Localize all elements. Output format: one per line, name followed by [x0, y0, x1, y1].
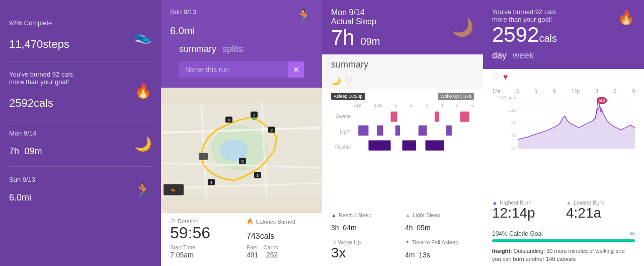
svg-text:♥: ♥ — [600, 98, 602, 103]
highest-burn-stat: ▲ Highest Burn 12:14p — [492, 200, 561, 221]
steps-label: 92% Complete — [9, 19, 152, 27]
svg-rect-28 — [460, 112, 469, 122]
fats-carbs-values: 491 252 — [247, 251, 313, 259]
woke-up-badge: Woke Up 5:37a — [438, 93, 474, 100]
svg-rect-30 — [377, 125, 383, 136]
cal-header-text: You've burned 92 calsmore than your goal… — [492, 8, 635, 23]
heart-red-icon: ♥ — [503, 73, 508, 82]
tab-sleep-summary[interactable]: summary — [331, 59, 368, 70]
heart-gray-icon: ♡ — [492, 72, 499, 82]
run-tabs: summary splits — [170, 39, 313, 58]
flame-icon: 🔥 — [134, 83, 152, 99]
svg-rect-32 — [419, 125, 427, 136]
sleep-m: 09m — [360, 36, 380, 47]
duration-value: 59:56 — [170, 225, 236, 241]
tab-summary[interactable]: summary — [179, 44, 216, 54]
lowest-value: 4:21a — [566, 206, 635, 221]
sleep-type-text: Actual Sleep — [331, 17, 376, 26]
cals-number: 2592 — [9, 97, 34, 109]
run-header: Sun 9/13 6.0mi 🏃 summary splits ✕ — [161, 0, 322, 88]
steps-section: 92% Complete 11,470steps 👟 — [9, 10, 152, 61]
fall-label: Time to Fall Asleep — [412, 239, 458, 245]
calories-section: You've burned 92 cals more than your goa… — [9, 61, 152, 120]
svg-text:4: 4 — [210, 181, 213, 185]
light-value: 4h 05m — [405, 218, 474, 234]
moon-small-icon: 🌙 — [331, 76, 341, 86]
steps-unit: steps — [43, 38, 69, 50]
moon-icon: 🌙 — [134, 135, 152, 152]
cal-icons: ♡ ♥ — [483, 69, 644, 85]
svg-text:1: 1 — [253, 113, 256, 118]
fats-value: 491 — [247, 251, 258, 259]
sleep-badges: Asleep 10:28p Woke Up 5:37a — [331, 93, 474, 100]
flame-header-icon: 🔥 — [617, 9, 635, 26]
woke-label: Woke Up — [338, 239, 361, 245]
run-name-search: ✕ — [179, 61, 304, 78]
progress-bar-fill — [492, 239, 635, 242]
tab-day[interactable]: day — [492, 50, 507, 61]
svg-rect-34 — [368, 141, 390, 151]
svg-text:2: 2 — [271, 128, 273, 133]
heart-rate-chart: 12a36912p369 130 bpm 110 90 70 50 — [483, 85, 644, 194]
svg-rect-33 — [446, 125, 452, 136]
highest-value: 12:14p — [492, 206, 561, 221]
light-sleep-stat: ▲ Light Sleep 4h 05m — [405, 212, 474, 234]
stats-row-2: Start Time 7:05am Fats Carbs 491 252 — [170, 244, 313, 259]
fats-label: Fats — [247, 244, 257, 250]
chart-x-axis: 12a36912p369 — [492, 89, 635, 94]
chart-y-axis: 130 bpm 110 90 70 50 — [492, 95, 518, 151]
shoe-icon: 👟 — [134, 27, 152, 44]
svg-text:🐅: 🐅 — [171, 187, 176, 192]
panel-steps-dashboard: 92% Complete 11,470steps 👟 You've burned… — [0, 0, 161, 266]
fall-asleep-stat: ✦ Time to Fall Asleep 4m 13s — [405, 239, 474, 261]
sleep-section: Mon 9/14 7h 09m 🌙 — [9, 120, 152, 167]
sleep-date: Mon 9/14 — [9, 129, 152, 137]
svg-rect-27 — [435, 112, 439, 122]
insight-text: Insight: Outstanding! 30 more minutes of… — [483, 244, 644, 266]
insight-content: Outstanding! 30 more minutes of walking … — [492, 248, 625, 261]
fall-icon: ✦ — [405, 239, 410, 245]
run-unit: mi — [22, 192, 31, 203]
svg-rect-26 — [391, 112, 397, 122]
burn-stats: ▲ Highest Burn 12:14p ▲ Lowest Burn 4:21… — [483, 194, 644, 226]
run-header-date: Sun 9/13 — [170, 8, 313, 16]
sleep-y-labels: Awake Light Restful — [331, 109, 354, 154]
sleep-chart-body: Awake Light Restful — [331, 109, 474, 154]
restful-icon: ▲ — [331, 212, 337, 218]
svg-rect-31 — [395, 125, 400, 136]
sleep-h: 7h — [331, 26, 355, 49]
woke-value: 3x — [331, 245, 400, 261]
asleep-badge: Asleep 10:28p — [331, 93, 365, 100]
start-time-stat: Start Time 7:05am — [170, 244, 236, 259]
flame-small-icon: 🔥 — [247, 218, 254, 225]
run-name-input[interactable] — [179, 61, 288, 78]
tab-splits[interactable]: splits — [222, 44, 243, 54]
cals-label: You've burned 92 cals more than your goa… — [9, 71, 152, 86]
run-header-distance: 6.0mi — [170, 16, 313, 39]
sleep-stats-grid: ▲ Restful Sleep 3h 04m ▲ Light Sleep 4h … — [322, 207, 483, 266]
run-distance: 6.0 — [9, 192, 22, 203]
restful-value: 3h 04m — [331, 218, 400, 234]
panel-sleep: Mon 9/14 Actual Sleep 7h 09m 🌙 summary 🌙… — [322, 0, 483, 266]
start-label: Start Time — [170, 244, 195, 250]
clear-button[interactable]: ✕ — [288, 61, 304, 78]
panel-calories: You've burned 92 calsmore than your goal… — [483, 0, 644, 266]
light-label: Light Sleep — [413, 212, 440, 218]
tab-week[interactable]: week — [513, 50, 534, 61]
insight-bold: Insight: — [492, 248, 512, 254]
run-value: 6.0mi — [9, 184, 152, 204]
svg-rect-29 — [358, 125, 368, 136]
chart-x-labels: 11p12a123456 — [331, 103, 474, 108]
run-date: Sun 9/13 — [9, 176, 152, 183]
heart-rate-svg: 115 ♥ — [518, 95, 635, 151]
progress-bar-bg — [492, 239, 635, 242]
svg-rect-35 — [403, 141, 417, 151]
fall-value: 4m 13s — [405, 245, 474, 261]
run-section: Sun 9/13 6.0mi 🏃 — [9, 167, 152, 213]
sleep-header: Mon 9/14 Actual Sleep 7h 09m 🌙 — [322, 0, 483, 54]
calories-stat: 🔥 Calories Burned 743cals — [247, 218, 313, 241]
panel-run-details: Sun 9/13 6.0mi 🏃 summary splits ✕ — [161, 0, 322, 266]
edit-icon[interactable]: ✏ — [630, 230, 635, 237]
light-icon: ▲ — [405, 212, 411, 218]
cal-tabs: day week — [492, 46, 635, 64]
